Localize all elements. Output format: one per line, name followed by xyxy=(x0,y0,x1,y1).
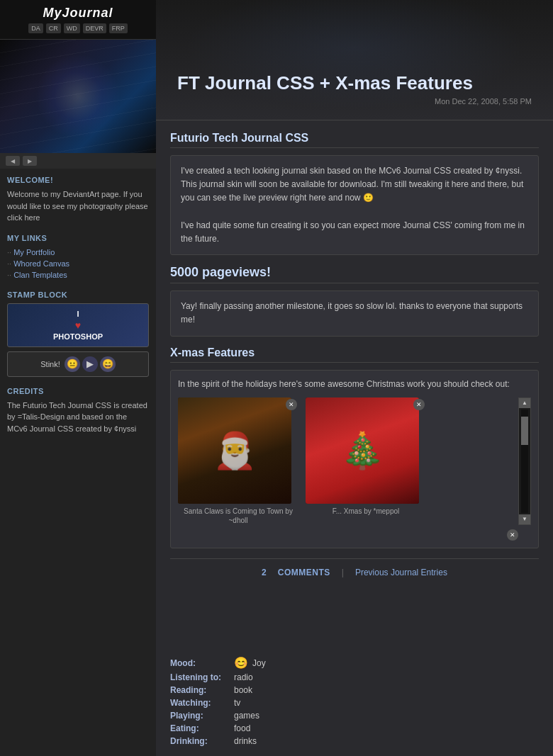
watching-row: Watching: tv xyxy=(170,698,539,708)
sidebar-header: MyJournal DA CR WD DEVR FRP xyxy=(0,0,156,40)
reading-row: Reading: book xyxy=(170,685,539,695)
stamp-icons: 😐 ▶ 😄 xyxy=(65,356,116,372)
sidebar-content: WELCOME! Welcome to my DeviantArt page. … xyxy=(0,169,156,756)
gallery-item-2-image xyxy=(306,397,419,504)
stamp-stink-label: Stink! xyxy=(40,360,60,368)
mood-value: Joy xyxy=(252,658,266,668)
playing-row: Playing: games xyxy=(170,711,539,721)
gallery-item-2-caption: F... Xmas by *meppol xyxy=(306,507,426,516)
sidebar: MyJournal DA CR WD DEVR FRP ◀ ▶ WELCOME!… xyxy=(0,0,156,756)
section2-heading: 5000 pageviews! xyxy=(170,265,539,283)
post-header: FT Journal CSS + X-mas Features Mon Dec … xyxy=(156,0,553,120)
eating-value: food xyxy=(234,723,250,733)
gallery-item-1-close[interactable]: ✕ xyxy=(286,399,297,410)
section1-para1: I've created a tech looking journal skin… xyxy=(181,164,528,205)
reading-value: book xyxy=(234,685,252,695)
mood-label: Mood: xyxy=(170,658,234,668)
scroll-up-btn[interactable]: ▲ xyxy=(519,398,530,408)
gallery-item-1: ✕ Santa Claws is Coming to Town by ~dhol… xyxy=(178,397,298,525)
welcome-section: WELCOME! Welcome to my DeviantArt page. … xyxy=(7,176,149,224)
playing-value: games xyxy=(234,711,259,721)
gallery-item-2-close[interactable]: ✕ xyxy=(413,399,425,410)
stamp-icon-2: ▶ xyxy=(82,356,98,372)
santa-image xyxy=(178,397,291,504)
stamp-block-section: STAMP BLOCK I ♥ PHOTOSHOP Stink! 😐 ▶ 😄 xyxy=(7,290,149,377)
sidebar-preview-image xyxy=(0,40,156,153)
sidebar-mini-nav: DA CR WD DEVR FRP xyxy=(3,23,153,33)
welcome-title: WELCOME! xyxy=(7,176,149,184)
comments-link[interactable]: COMMENTS xyxy=(278,568,330,577)
divider: | xyxy=(342,568,344,577)
credits-title: CREDITS xyxy=(7,387,149,395)
post-date: Mon Dec 22, 2008, 5:58 PM xyxy=(177,97,532,106)
main-content: FT Journal CSS + X-mas Features Mon Dec … xyxy=(156,0,553,756)
sidebar-link-clan[interactable]: Clan Templates xyxy=(7,269,149,281)
xmas-image xyxy=(306,397,419,504)
previous-entries-link[interactable]: Previous Journal Entries xyxy=(355,568,447,577)
section3-heading: X-mas Features xyxy=(170,346,539,363)
credits-text: The Futurio Tech Journal CSS is created … xyxy=(7,400,149,435)
nav-item-da[interactable]: DA xyxy=(28,23,43,33)
stamp-photoshop: I ♥ PHOTOSHOP xyxy=(7,303,149,347)
stamp-i-label: I xyxy=(77,310,79,318)
section2-content: Yay! finally passing another milestone, … xyxy=(170,290,539,336)
stamp-stink: Stink! 😐 ▶ 😄 xyxy=(7,351,149,377)
sidebar-link-portfolio[interactable]: My Portfolio xyxy=(7,247,149,258)
gallery-item-2: ✕ F... Xmas by *meppol xyxy=(306,397,426,525)
section1-content: I've created a tech looking journal skin… xyxy=(170,155,539,255)
scroll-down-btn[interactable]: ▼ xyxy=(519,514,530,524)
main-body: Futurio Tech Journal CSS I've created a … xyxy=(156,120,553,649)
reading-label: Reading: xyxy=(170,685,234,695)
sidebar-links-list: My Portfolio Whored Canvas Clan Template… xyxy=(7,247,149,281)
gallery-item-1-caption: Santa Claws is Coming to Town by ~dholl xyxy=(178,507,298,525)
ctrl-btn-left[interactable]: ◀ xyxy=(6,156,20,166)
scroll-thumb xyxy=(521,417,528,445)
stamp-block-title: STAMP BLOCK xyxy=(7,290,149,299)
section1-heading: Futurio Tech Journal CSS xyxy=(170,132,539,148)
welcome-text: Welcome to my DeviantArt page. If you wo… xyxy=(7,188,149,224)
sidebar-controls: ◀ ▶ xyxy=(0,153,156,169)
ctrl-btn-right[interactable]: ▶ xyxy=(23,156,37,166)
nav-item-cr[interactable]: CR xyxy=(46,23,61,33)
drinking-label: Drinking: xyxy=(170,736,234,746)
sidebar-link-whored[interactable]: Whored Canvas xyxy=(7,258,149,269)
stamp-heart-icon: ♥ xyxy=(75,320,81,331)
stamp-icon-3: 😄 xyxy=(100,356,116,372)
stamp-photoshop-label: PHOTOSHOP xyxy=(53,332,103,341)
sidebar-logo: MyJournal xyxy=(3,6,153,21)
gallery-item-1-image xyxy=(178,397,291,504)
comments-bar: 2 COMMENTS | Previous Journal Entries xyxy=(170,558,539,586)
stamp-icon-1: 😐 xyxy=(65,356,80,372)
drinking-value: drinks xyxy=(234,736,257,746)
credits-section: CREDITS The Futurio Tech Journal CSS is … xyxy=(7,387,149,435)
preview-lines xyxy=(0,40,156,153)
gallery-intro: In the spirit of the holidays here's som… xyxy=(178,378,531,390)
eating-row: Eating: food xyxy=(170,723,539,733)
nav-item-devr[interactable]: DEVR xyxy=(83,23,106,33)
comments-count: 2 xyxy=(262,568,267,577)
listening-label: Listening to: xyxy=(170,672,234,682)
gallery-scrollbar: ▲ ▼ xyxy=(518,397,531,525)
listening-row: Listening to: radio xyxy=(170,672,539,682)
stamp-block: I ♥ PHOTOSHOP Stink! 😐 ▶ 😄 xyxy=(7,303,149,377)
my-links-title: MY LINKS xyxy=(7,234,149,242)
section1-para2: I've had quite some fun creating it so y… xyxy=(181,219,528,246)
nav-item-frp[interactable]: FRP xyxy=(109,23,128,33)
listening-value: radio xyxy=(234,672,253,682)
scroll-track xyxy=(521,410,528,513)
features-gallery: In the spirit of the holidays here's som… xyxy=(170,370,539,548)
my-links-section: MY LINKS My Portfolio Whored Canvas Clan… xyxy=(7,234,149,281)
playing-label: Playing: xyxy=(170,711,234,721)
mood-section: Mood: 😊 Joy Listening to: radio Reading:… xyxy=(156,649,553,756)
bottom-close-button[interactable]: ✕ xyxy=(507,529,518,541)
watching-label: Watching: xyxy=(170,698,234,708)
section2-text: Yay! finally passing another milestone, … xyxy=(181,300,528,327)
post-title: FT Journal CSS + X-mas Features xyxy=(177,72,532,94)
gallery-bottom-close: ✕ xyxy=(178,529,531,541)
watching-value: tv xyxy=(234,698,240,708)
mood-row: Mood: 😊 Joy xyxy=(170,656,539,670)
mood-emoji-icon: 😊 xyxy=(234,656,248,670)
nav-item-wd[interactable]: WD xyxy=(64,23,80,33)
drinking-row: Drinking: drinks xyxy=(170,736,539,746)
eating-label: Eating: xyxy=(170,723,234,733)
